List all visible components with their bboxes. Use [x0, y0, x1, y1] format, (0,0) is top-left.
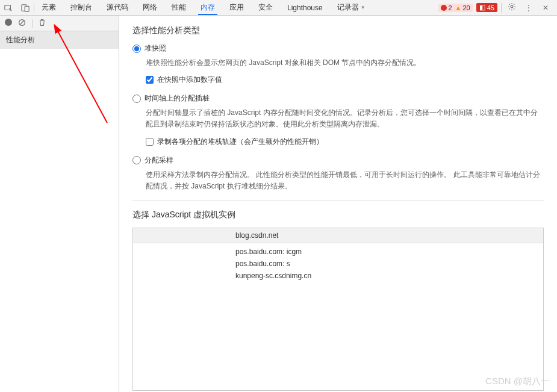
- inspect-icon[interactable]: [0, 0, 17, 15]
- tab-label: 源代码: [107, 2, 128, 13]
- warning-count: ▲20: [455, 4, 470, 11]
- error-count: 2: [441, 4, 452, 11]
- tabbar-right: 2 ▲20 ◧45 ⋮ ✕: [438, 0, 557, 15]
- more-icon[interactable]: ⋮: [522, 4, 535, 12]
- vm-row[interactable]: pos.baidu.com: icgm: [133, 246, 543, 258]
- tab-lighthouse[interactable]: Lighthouse: [280, 0, 330, 15]
- option-desc: 堆快照性能分析会显示您网页的 JavaScript 对象和相关 DOM 节点中的…: [146, 57, 544, 69]
- tab-label: 安全: [258, 2, 273, 13]
- separator: [132, 201, 544, 201]
- option-heap-snapshot: 堆快照 堆快照性能分析会显示您网页的 JavaScript 对象和相关 DOM …: [132, 43, 544, 85]
- tab-console[interactable]: 控制台: [63, 0, 99, 15]
- radio-allocation-timeline[interactable]: 时间轴上的分配插桩: [132, 93, 544, 104]
- chevron-down-icon: ▼: [361, 5, 366, 10]
- svg-rect-2: [25, 6, 29, 11]
- option-desc: 分配时间轴显示了插桩的 JavaScript 内存分配随时间变化的情况。记录分析…: [146, 107, 544, 130]
- tab-label: Lighthouse: [287, 4, 323, 12]
- option-desc: 使用采样方法录制内存分配情况。 此性能分析类型的性能开销最低，可用于长时间运行的…: [146, 169, 544, 192]
- tab-label: 元素: [42, 2, 56, 13]
- tab-elements[interactable]: 元素: [34, 0, 63, 15]
- settings-icon[interactable]: [505, 2, 518, 13]
- main-area: 性能分析 选择性能分析类型 堆快照 堆快照性能分析会显示您网页的 JavaScr…: [0, 16, 557, 392]
- sidebar-toolbar: [0, 16, 119, 31]
- radio-allocation-sampling[interactable]: 分配采样: [132, 155, 544, 166]
- record-icon[interactable]: [5, 19, 12, 28]
- tab-security[interactable]: 安全: [251, 0, 280, 15]
- vm-instance-table: blog.csdn.net pos.baidu.com: icgm pos.ba…: [132, 228, 544, 391]
- vm-table-body: pos.baidu.com: icgm pos.baidu.com: s kun…: [133, 243, 543, 390]
- svg-line-5: [20, 20, 24, 25]
- tabbar-left: 元素 控制台 源代码 网络 性能 内存 应用 安全 Lighthouse 记录器…: [0, 0, 373, 15]
- tab-label: 网络: [143, 2, 157, 13]
- vm-header-label: blog.csdn.net: [235, 231, 278, 240]
- divider: [501, 3, 502, 13]
- divider: [32, 19, 33, 28]
- console-badge[interactable]: 2 ▲20: [438, 4, 472, 12]
- checkbox-label: 在快照中添加数字值: [157, 75, 222, 85]
- close-icon[interactable]: ✕: [539, 4, 552, 12]
- checkbox-add-numeric[interactable]: 在快照中添加数字值: [146, 75, 544, 85]
- vm-table-header-row[interactable]: blog.csdn.net: [133, 228, 543, 243]
- tab-performance[interactable]: 性能: [164, 0, 193, 15]
- device-toggle-icon[interactable]: [17, 0, 34, 15]
- warning-icon: ▲: [455, 4, 462, 11]
- svg-point-3: [511, 5, 513, 8]
- trash-icon[interactable]: [39, 19, 46, 28]
- tab-sources[interactable]: 源代码: [99, 0, 135, 15]
- tab-label: 内存: [201, 2, 215, 13]
- watermark: CSDN @胡八一: [485, 376, 550, 387]
- checkbox-input[interactable]: [146, 138, 154, 146]
- tab-label: 控制台: [70, 2, 92, 13]
- issue-icon: ◧: [479, 4, 485, 11]
- content-panel: 选择性能分析类型 堆快照 堆快照性能分析会显示您网页的 JavaScript 对…: [119, 16, 557, 392]
- radio-label: 时间轴上的分配插桩: [145, 93, 210, 104]
- devtools-tabbar: 元素 控制台 源代码 网络 性能 内存 应用 安全 Lighthouse 记录器…: [0, 0, 557, 16]
- radio-input[interactable]: [132, 45, 141, 53]
- radio-label: 堆快照: [145, 43, 166, 54]
- section-title: 选择性能分析类型: [132, 25, 544, 36]
- tab-recorder[interactable]: 记录器▼: [330, 0, 373, 15]
- clear-icon[interactable]: [18, 19, 26, 28]
- vm-row[interactable]: kunpeng-sc.csdnimg.cn: [133, 270, 543, 282]
- checkbox-label: 录制各项分配的堆栈轨迹（会产生额外的性能开销）: [157, 137, 323, 147]
- tab-label: 性能: [172, 2, 186, 13]
- vm-row[interactable]: pos.baidu.com: s: [133, 258, 543, 270]
- sidebar-item-profiles[interactable]: 性能分析: [0, 31, 119, 49]
- radio-input[interactable]: [132, 95, 141, 103]
- sidebar-item-label: 性能分析: [6, 36, 35, 44]
- tab-application[interactable]: 应用: [222, 0, 251, 15]
- tab-memory[interactable]: 内存: [193, 0, 222, 15]
- radio-input[interactable]: [132, 156, 141, 164]
- checkbox-record-stacks[interactable]: 录制各项分配的堆栈轨迹（会产生额外的性能开销）: [146, 137, 544, 147]
- tab-label: 记录器: [337, 2, 359, 13]
- vm-section-title: 选择 JavaScript 虚拟机实例: [132, 210, 544, 220]
- issues-badge[interactable]: ◧45: [476, 3, 497, 12]
- sidebar: 性能分析: [0, 16, 119, 392]
- option-allocation-timeline: 时间轴上的分配插桩 分配时间轴显示了插桩的 JavaScript 内存分配随时间…: [132, 93, 544, 146]
- checkbox-input[interactable]: [146, 76, 154, 84]
- radio-label: 分配采样: [145, 155, 173, 166]
- error-icon: [441, 5, 447, 11]
- tab-network[interactable]: 网络: [135, 0, 164, 15]
- option-allocation-sampling: 分配采样 使用采样方法录制内存分配情况。 此性能分析类型的性能开销最低，可用于长…: [132, 155, 544, 192]
- tab-label: 应用: [229, 2, 244, 13]
- radio-heap-snapshot[interactable]: 堆快照: [132, 43, 544, 54]
